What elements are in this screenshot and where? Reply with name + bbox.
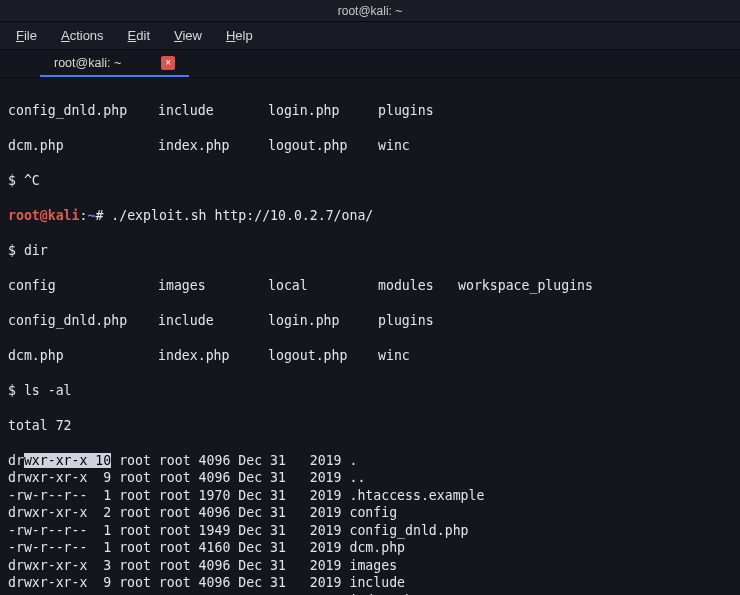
menu-edit[interactable]: Edit <box>118 24 160 47</box>
ls-row: drwxr-xr-x 9 root root 4096 Dec 31 2019 … <box>8 469 732 487</box>
output-line: configimageslocalmodulesworkspace_plugin… <box>8 277 732 295</box>
menu-actions[interactable]: Actions <box>51 24 114 47</box>
ls-row: drwxr-xr-x 10 root root 4096 Dec 31 2019… <box>8 452 732 470</box>
tab-terminal[interactable]: root@kali: ~ × <box>40 51 189 77</box>
output-line: total 72 <box>8 417 732 435</box>
prompt-line: $ ls -al <box>8 382 732 400</box>
ls-row: -rw-r--r-- 1 root root 1949 Dec 31 2019 … <box>8 522 732 540</box>
ls-row: -rw-r--r-- 1 root root 1999 Dec 31 2019 … <box>8 592 732 596</box>
ls-row: -rw-r--r-- 1 root root 1970 Dec 31 2019 … <box>8 487 732 505</box>
menu-file[interactable]: File <box>6 24 47 47</box>
window-titlebar: root@kali: ~ <box>0 0 740 22</box>
output-line: config_dnld.phpincludelogin.phpplugins <box>8 312 732 330</box>
window-title: root@kali: ~ <box>338 4 403 18</box>
menu-help[interactable]: Help <box>216 24 263 47</box>
prompt-line: root@kali:~# ./exploit.sh http://10.0.2.… <box>8 207 732 225</box>
prompt-line: $ dir <box>8 242 732 260</box>
output-line: dcm.phpindex.phplogout.phpwinc <box>8 347 732 365</box>
tab-label: root@kali: ~ <box>54 56 121 70</box>
output-line: dcm.phpindex.phplogout.phpwinc <box>8 137 732 155</box>
menubar: File Actions Edit View Help <box>0 22 740 50</box>
menu-view[interactable]: View <box>164 24 212 47</box>
text-selection: wxr-xr-x 10 <box>24 453 111 468</box>
terminal-output[interactable]: config_dnld.phpincludelogin.phpplugins d… <box>0 78 740 595</box>
tabbar: root@kali: ~ × <box>0 50 740 78</box>
ls-row: drwxr-xr-x 2 root root 4096 Dec 31 2019 … <box>8 504 732 522</box>
ls-row: drwxr-xr-x 3 root root 4096 Dec 31 2019 … <box>8 557 732 575</box>
output-line: config_dnld.phpincludelogin.phpplugins <box>8 102 732 120</box>
prompt-line: $ ^C <box>8 172 732 190</box>
close-icon[interactable]: × <box>161 56 175 70</box>
ls-row: -rw-r--r-- 1 root root 4160 Dec 31 2019 … <box>8 539 732 557</box>
ls-row: drwxr-xr-x 9 root root 4096 Dec 31 2019 … <box>8 574 732 592</box>
